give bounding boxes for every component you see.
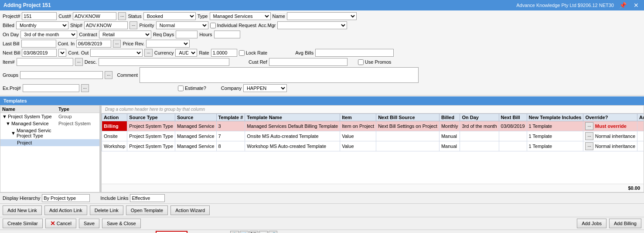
- footer-tab-active-job[interactable]: Active Job: [13, 231, 43, 233]
- estimate-checkbox[interactable]: [178, 86, 184, 91]
- use-promos-checkbox[interactable]: [358, 59, 364, 65]
- item-input[interactable]: [17, 58, 73, 66]
- lock-rate-label[interactable]: Lock Rate: [239, 50, 268, 56]
- cont-in-input[interactable]: [76, 40, 111, 48]
- footer-tab-default-stock[interactable]: Default Stock: [118, 231, 154, 233]
- price-rev-select[interactable]: [146, 40, 190, 48]
- col-item: Item: [340, 114, 376, 121]
- col-new-template: New Template Includes: [527, 114, 583, 121]
- item-label: Item#: [3, 59, 15, 65]
- tree-item-pst[interactable]: ▼ Project System Type Group: [0, 113, 99, 120]
- currency-label: Currency: [154, 50, 174, 55]
- table-row[interactable]: OnsiteProject System TypeManaged Service…: [102, 131, 644, 141]
- comment-textarea[interactable]: [140, 67, 419, 83]
- close-button[interactable]: ✕: [632, 2, 641, 9]
- individual-request-label[interactable]: Individual Request: [210, 23, 257, 28]
- project-input[interactable]: [22, 12, 57, 20]
- add-jobs-button[interactable]: Add Jobs: [577, 219, 607, 228]
- hours-input[interactable]: [214, 31, 240, 38]
- footer-tab-related-stock[interactable]: Related Stock: [80, 231, 117, 233]
- bottom-controls: Create Similar ✕ Cancel Save Save & Clos…: [0, 217, 644, 230]
- table-row[interactable]: WorkshopProject System TypeManaged Servi…: [102, 141, 644, 151]
- ship-input[interactable]: [84, 21, 128, 29]
- footer-tab-invoiced-job[interactable]: Invoiced Job: [44, 231, 79, 233]
- avg-bills-input[interactable]: [315, 49, 394, 57]
- footer-tab-gt[interactable]: >: [2, 231, 12, 233]
- footer-icon-btn-4[interactable]: 📊: [259, 231, 268, 233]
- table-cell: Workshop MS Auto-created Template: [245, 141, 340, 151]
- company-select[interactable]: HAPPEN: [243, 84, 287, 92]
- title-bar-right: Advance Knowledge Pty Ltd $9206.12 NET30…: [516, 2, 641, 9]
- display-hierarchy-input[interactable]: [42, 194, 90, 202]
- tree-name-mspt: Managed Servic Project Type: [17, 128, 58, 138]
- cont-out-dots[interactable]: ···: [144, 49, 152, 57]
- tree-name-ms: Managed Service: [11, 121, 58, 126]
- item-dots[interactable]: ···: [75, 58, 83, 66]
- table-row[interactable]: BillingProject System TypeManaged Servic…: [102, 121, 644, 131]
- footer-icon-btn-3[interactable]: 💾: [249, 231, 258, 233]
- next-bill-input[interactable]: [22, 49, 57, 57]
- tree-item-project[interactable]: Project: [0, 139, 99, 146]
- groups-dots[interactable]: ···: [105, 71, 112, 79]
- footer-icon-btn-5[interactable]: 🔗: [269, 231, 277, 233]
- display-hierarchy-label: Display Hierarchy: [3, 195, 40, 201]
- footer-icon-btn-1[interactable]: 📋: [230, 231, 239, 233]
- delete-link-button[interactable]: Delete Link: [90, 206, 123, 215]
- create-similar-button[interactable]: Create Similar: [3, 219, 43, 228]
- name-select[interactable]: [287, 12, 357, 20]
- action-wizard-button[interactable]: Action Wizard: [170, 206, 210, 215]
- cont-in-dots[interactable]: ···: [113, 40, 121, 48]
- table-cell: Managed Service: [175, 131, 217, 141]
- override-dots-button[interactable]: ···: [585, 132, 593, 140]
- cust-ref-input[interactable]: [269, 58, 348, 66]
- lock-rate-checkbox[interactable]: [239, 50, 245, 56]
- cancel-button[interactable]: ✕ Cancel: [45, 219, 76, 228]
- billed-select[interactable]: MonthlyWeeklyQuarterly: [16, 21, 68, 29]
- include-links-input[interactable]: [130, 194, 165, 202]
- currency-select[interactable]: AUD: [175, 49, 197, 57]
- ex-proj-input[interactable]: [23, 84, 79, 92]
- tree-item-mspt[interactable]: ▼ Managed Servic Project Type: [0, 127, 99, 139]
- cust-dots-button[interactable]: ···: [118, 12, 126, 20]
- last-bill-input[interactable]: [21, 40, 56, 48]
- add-action-link-button[interactable]: Add Action Link: [44, 206, 87, 215]
- rate-input[interactable]: [211, 49, 237, 57]
- save-button[interactable]: Save: [79, 219, 99, 228]
- next-bill-select[interactable]: [58, 49, 66, 57]
- ship-dots-button[interactable]: ···: [129, 21, 137, 29]
- ex-proj-dots[interactable]: ···: [81, 84, 89, 92]
- table-cell: [637, 141, 644, 151]
- acc-mgr-select[interactable]: [277, 21, 347, 29]
- footer-icon-btn-2[interactable]: 📄: [240, 231, 249, 233]
- on-day-select[interactable]: 3rd of the month: [20, 31, 77, 38]
- type-select[interactable]: Managed ServicesStandard: [210, 12, 271, 20]
- tree-name-pst: Project System Type: [8, 114, 58, 119]
- hours-label: Hours: [199, 32, 212, 37]
- footer-tab-templates[interactable]: Templates: [156, 231, 188, 233]
- cont-out-select[interactable]: [90, 49, 143, 57]
- cust-input[interactable]: [73, 12, 116, 20]
- individual-request-checkbox[interactable]: [210, 23, 216, 28]
- save-close-button[interactable]: Save & Close: [102, 219, 141, 228]
- groups-input[interactable]: [20, 71, 103, 79]
- open-template-button[interactable]: Open Template: [126, 206, 168, 215]
- add-billing-button[interactable]: Add Billing: [609, 219, 641, 228]
- override-dots-button[interactable]: ···: [585, 122, 593, 130]
- priority-select[interactable]: NormalHighLow: [156, 21, 208, 29]
- status-label: Status: [128, 14, 141, 19]
- req-days-input[interactable]: [176, 31, 198, 38]
- footer-tab-linked-projects[interactable]: Linked Projects: [188, 231, 229, 233]
- override-dots-button[interactable]: ···: [585, 142, 593, 150]
- tree-item-ms[interactable]: ▼ Managed Service Project System: [0, 120, 99, 127]
- table-cell: Value: [340, 131, 376, 141]
- status-select[interactable]: BookedActiveClosed: [143, 12, 196, 20]
- col-source-type: Source Type: [127, 114, 175, 121]
- col-billed: Billed: [439, 114, 460, 121]
- include-links-label: Include Links: [100, 195, 128, 201]
- use-promos-label[interactable]: Use Promos: [358, 59, 392, 65]
- contract-select[interactable]: RetailWholesale: [99, 31, 151, 38]
- pin-button[interactable]: 📌: [617, 2, 628, 9]
- add-new-link-button[interactable]: Add New Link: [3, 206, 42, 215]
- estimate-label[interactable]: Estimate?: [178, 86, 206, 91]
- desc-input[interactable]: [99, 58, 229, 66]
